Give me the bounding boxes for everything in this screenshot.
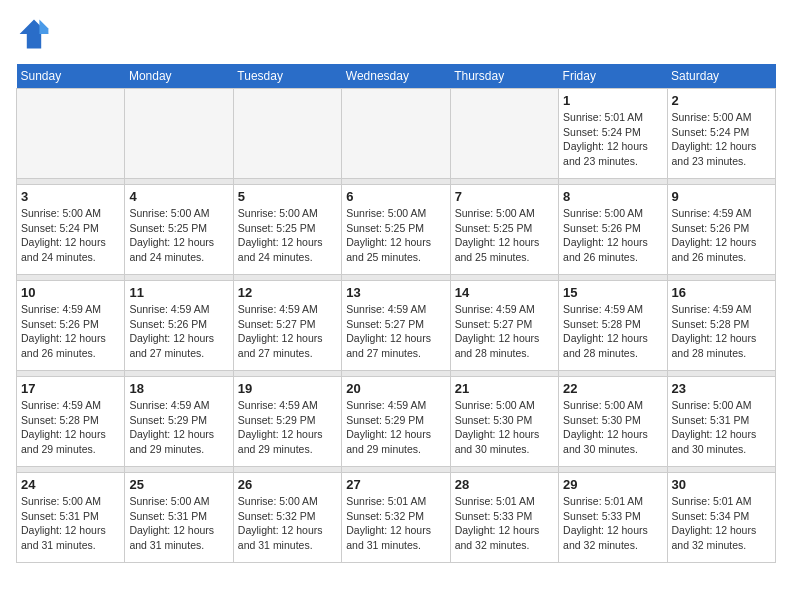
day-detail: Sunrise: 5:00 AMSunset: 5:24 PMDaylight:… <box>672 110 771 169</box>
calendar: SundayMondayTuesdayWednesdayThursdayFrid… <box>16 64 776 563</box>
day-detail: Sunrise: 5:00 AMSunset: 5:24 PMDaylight:… <box>21 206 120 265</box>
day-number: 17 <box>21 381 120 396</box>
day-detail: Sunrise: 4:59 AMSunset: 5:28 PMDaylight:… <box>563 302 662 361</box>
logo-icon <box>16 16 52 52</box>
day-detail: Sunrise: 4:59 AMSunset: 5:26 PMDaylight:… <box>672 206 771 265</box>
calendar-cell: 26Sunrise: 5:00 AMSunset: 5:32 PMDayligh… <box>233 473 341 563</box>
day-number: 22 <box>563 381 662 396</box>
calendar-cell: 3Sunrise: 5:00 AMSunset: 5:24 PMDaylight… <box>17 185 125 275</box>
day-detail: Sunrise: 5:00 AMSunset: 5:30 PMDaylight:… <box>563 398 662 457</box>
calendar-cell <box>342 89 450 179</box>
logo <box>16 16 58 52</box>
calendar-cell: 22Sunrise: 5:00 AMSunset: 5:30 PMDayligh… <box>559 377 667 467</box>
weekday-header: Saturday <box>667 64 775 89</box>
day-number: 12 <box>238 285 337 300</box>
day-number: 13 <box>346 285 445 300</box>
weekday-header-row: SundayMondayTuesdayWednesdayThursdayFrid… <box>17 64 776 89</box>
calendar-week-row: 24Sunrise: 5:00 AMSunset: 5:31 PMDayligh… <box>17 473 776 563</box>
day-number: 26 <box>238 477 337 492</box>
day-detail: Sunrise: 5:00 AMSunset: 5:31 PMDaylight:… <box>129 494 228 553</box>
day-detail: Sunrise: 4:59 AMSunset: 5:29 PMDaylight:… <box>346 398 445 457</box>
calendar-cell: 6Sunrise: 5:00 AMSunset: 5:25 PMDaylight… <box>342 185 450 275</box>
calendar-cell: 14Sunrise: 4:59 AMSunset: 5:27 PMDayligh… <box>450 281 558 371</box>
day-number: 16 <box>672 285 771 300</box>
day-detail: Sunrise: 5:00 AMSunset: 5:30 PMDaylight:… <box>455 398 554 457</box>
weekday-header: Tuesday <box>233 64 341 89</box>
calendar-week-row: 10Sunrise: 4:59 AMSunset: 5:26 PMDayligh… <box>17 281 776 371</box>
day-detail: Sunrise: 5:00 AMSunset: 5:26 PMDaylight:… <box>563 206 662 265</box>
calendar-cell: 18Sunrise: 4:59 AMSunset: 5:29 PMDayligh… <box>125 377 233 467</box>
calendar-cell <box>125 89 233 179</box>
day-number: 27 <box>346 477 445 492</box>
day-number: 19 <box>238 381 337 396</box>
weekday-header: Thursday <box>450 64 558 89</box>
weekday-header: Wednesday <box>342 64 450 89</box>
day-detail: Sunrise: 4:59 AMSunset: 5:28 PMDaylight:… <box>21 398 120 457</box>
calendar-cell: 21Sunrise: 5:00 AMSunset: 5:30 PMDayligh… <box>450 377 558 467</box>
day-number: 25 <box>129 477 228 492</box>
calendar-cell: 23Sunrise: 5:00 AMSunset: 5:31 PMDayligh… <box>667 377 775 467</box>
day-number: 11 <box>129 285 228 300</box>
day-detail: Sunrise: 5:00 AMSunset: 5:32 PMDaylight:… <box>238 494 337 553</box>
day-number: 10 <box>21 285 120 300</box>
weekday-header: Monday <box>125 64 233 89</box>
calendar-cell <box>17 89 125 179</box>
day-detail: Sunrise: 4:59 AMSunset: 5:26 PMDaylight:… <box>21 302 120 361</box>
day-number: 15 <box>563 285 662 300</box>
calendar-cell: 13Sunrise: 4:59 AMSunset: 5:27 PMDayligh… <box>342 281 450 371</box>
day-number: 23 <box>672 381 771 396</box>
day-number: 2 <box>672 93 771 108</box>
day-detail: Sunrise: 5:00 AMSunset: 5:25 PMDaylight:… <box>455 206 554 265</box>
day-number: 30 <box>672 477 771 492</box>
day-number: 6 <box>346 189 445 204</box>
calendar-cell: 2Sunrise: 5:00 AMSunset: 5:24 PMDaylight… <box>667 89 775 179</box>
calendar-cell: 11Sunrise: 4:59 AMSunset: 5:26 PMDayligh… <box>125 281 233 371</box>
day-number: 4 <box>129 189 228 204</box>
weekday-header: Friday <box>559 64 667 89</box>
day-detail: Sunrise: 5:01 AMSunset: 5:33 PMDaylight:… <box>455 494 554 553</box>
calendar-week-row: 1Sunrise: 5:01 AMSunset: 5:24 PMDaylight… <box>17 89 776 179</box>
day-detail: Sunrise: 5:00 AMSunset: 5:25 PMDaylight:… <box>346 206 445 265</box>
day-number: 5 <box>238 189 337 204</box>
calendar-cell: 20Sunrise: 4:59 AMSunset: 5:29 PMDayligh… <box>342 377 450 467</box>
calendar-cell: 5Sunrise: 5:00 AMSunset: 5:25 PMDaylight… <box>233 185 341 275</box>
day-number: 20 <box>346 381 445 396</box>
day-number: 18 <box>129 381 228 396</box>
weekday-header: Sunday <box>17 64 125 89</box>
day-number: 1 <box>563 93 662 108</box>
calendar-cell: 17Sunrise: 4:59 AMSunset: 5:28 PMDayligh… <box>17 377 125 467</box>
day-detail: Sunrise: 4:59 AMSunset: 5:27 PMDaylight:… <box>346 302 445 361</box>
day-number: 3 <box>21 189 120 204</box>
calendar-cell: 10Sunrise: 4:59 AMSunset: 5:26 PMDayligh… <box>17 281 125 371</box>
calendar-cell: 19Sunrise: 4:59 AMSunset: 5:29 PMDayligh… <box>233 377 341 467</box>
day-detail: Sunrise: 5:01 AMSunset: 5:24 PMDaylight:… <box>563 110 662 169</box>
calendar-cell: 1Sunrise: 5:01 AMSunset: 5:24 PMDaylight… <box>559 89 667 179</box>
calendar-cell: 24Sunrise: 5:00 AMSunset: 5:31 PMDayligh… <box>17 473 125 563</box>
day-detail: Sunrise: 5:00 AMSunset: 5:25 PMDaylight:… <box>129 206 228 265</box>
day-detail: Sunrise: 4:59 AMSunset: 5:26 PMDaylight:… <box>129 302 228 361</box>
day-number: 14 <box>455 285 554 300</box>
day-number: 28 <box>455 477 554 492</box>
calendar-cell: 30Sunrise: 5:01 AMSunset: 5:34 PMDayligh… <box>667 473 775 563</box>
calendar-week-row: 17Sunrise: 4:59 AMSunset: 5:28 PMDayligh… <box>17 377 776 467</box>
calendar-week-row: 3Sunrise: 5:00 AMSunset: 5:24 PMDaylight… <box>17 185 776 275</box>
day-detail: Sunrise: 4:59 AMSunset: 5:29 PMDaylight:… <box>129 398 228 457</box>
calendar-cell: 12Sunrise: 4:59 AMSunset: 5:27 PMDayligh… <box>233 281 341 371</box>
calendar-cell: 16Sunrise: 4:59 AMSunset: 5:28 PMDayligh… <box>667 281 775 371</box>
calendar-cell: 27Sunrise: 5:01 AMSunset: 5:32 PMDayligh… <box>342 473 450 563</box>
day-detail: Sunrise: 5:01 AMSunset: 5:34 PMDaylight:… <box>672 494 771 553</box>
day-detail: Sunrise: 4:59 AMSunset: 5:28 PMDaylight:… <box>672 302 771 361</box>
page-header <box>16 16 776 52</box>
day-detail: Sunrise: 5:01 AMSunset: 5:32 PMDaylight:… <box>346 494 445 553</box>
calendar-cell: 4Sunrise: 5:00 AMSunset: 5:25 PMDaylight… <box>125 185 233 275</box>
day-number: 21 <box>455 381 554 396</box>
day-number: 8 <box>563 189 662 204</box>
calendar-cell <box>450 89 558 179</box>
calendar-cell: 29Sunrise: 5:01 AMSunset: 5:33 PMDayligh… <box>559 473 667 563</box>
svg-marker-1 <box>39 20 48 34</box>
day-detail: Sunrise: 5:00 AMSunset: 5:25 PMDaylight:… <box>238 206 337 265</box>
day-detail: Sunrise: 4:59 AMSunset: 5:27 PMDaylight:… <box>238 302 337 361</box>
day-detail: Sunrise: 5:00 AMSunset: 5:31 PMDaylight:… <box>21 494 120 553</box>
day-number: 9 <box>672 189 771 204</box>
calendar-cell: 8Sunrise: 5:00 AMSunset: 5:26 PMDaylight… <box>559 185 667 275</box>
